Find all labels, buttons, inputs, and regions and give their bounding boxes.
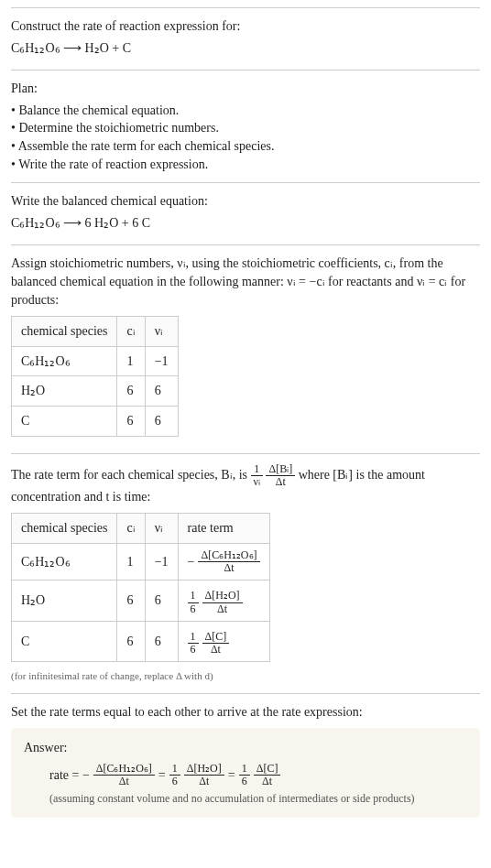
equals-sign: = — [228, 766, 235, 785]
stoich-section: Assign stoichiometric numbers, νᵢ, using… — [11, 244, 480, 452]
frac-den: Δt — [202, 603, 243, 615]
table-header-row: chemical species cᵢ νᵢ — [12, 317, 179, 347]
frac-num: 1 — [239, 763, 250, 776]
rateterm-text-a: The rate term for each chemical species,… — [11, 467, 251, 481]
rateterm-footnote: (for infinitesimal rate of change, repla… — [11, 669, 480, 683]
cell-rateterm: 1 6 Δ[H₂O] Δt — [178, 580, 269, 621]
col-c: cᵢ — [117, 514, 145, 544]
frac-den: 6 — [169, 776, 180, 787]
table-row: C 6 6 1 6 Δ[C] Δt — [12, 621, 270, 661]
cell-species: C — [12, 406, 117, 436]
col-rateterm: rate term — [178, 514, 269, 544]
table-row: H₂O 6 6 — [12, 376, 179, 407]
answer-note: (assuming constant volume and no accumul… — [49, 791, 467, 807]
equals-sign: = — [158, 766, 166, 785]
coeff-frac: 1 6 — [188, 590, 199, 614]
neg-sign: − — [188, 553, 195, 571]
table-row: C₆H₁₂O₆ 1 −1 − Δ[C₆H₁₂O₆] Δt — [12, 544, 270, 580]
cell-species: H₂O — [12, 580, 117, 621]
frac-num: Δ[C] — [254, 763, 281, 776]
table-row: C 6 6 — [12, 406, 179, 436]
frac-den: 6 — [188, 603, 199, 615]
plan-item: Balance the chemical equation. — [11, 102, 480, 120]
cell-c: 1 — [117, 544, 145, 580]
plan-heading: Plan: — [11, 80, 480, 98]
cell-species: C₆H₁₂O₆ — [12, 544, 117, 580]
plan-item: Assemble the rate term for each chemical… — [11, 137, 480, 156]
cell-c: 6 — [117, 406, 145, 436]
rateterm-section: The rate term for each chemical species,… — [11, 453, 480, 693]
table-row: C₆H₁₂O₆ 1 −1 — [12, 346, 179, 376]
rate-frac: Δ[C] Δt — [202, 631, 230, 656]
frac-den: Δt — [184, 776, 224, 787]
frac-num: Δ[Bᵢ] — [266, 463, 295, 476]
frac-num: 1 — [251, 463, 263, 476]
answer-label: Answer: — [24, 739, 467, 757]
cell-v: −1 — [145, 544, 178, 580]
frac-den: Δt — [266, 476, 295, 488]
frac-num: 1 — [169, 763, 180, 776]
stoich-text: Assign stoichiometric numbers, νᵢ, using… — [11, 255, 480, 309]
plan-item: Determine the stoichiometric numbers. — [11, 119, 480, 137]
frac-den: νᵢ — [251, 476, 263, 488]
col-species: chemical species — [12, 514, 117, 544]
cell-v: 6 — [145, 376, 178, 407]
coeff-frac-3: 1 6 — [239, 763, 250, 787]
rateterm-text: The rate term for each chemical species,… — [11, 463, 480, 506]
frac-den: Δt — [254, 776, 281, 787]
plan-section: Plan: Balance the chemical equation. Det… — [11, 70, 480, 182]
cell-c: 1 — [117, 346, 145, 376]
frac-num: Δ[H₂O] — [184, 763, 224, 776]
intro-section: Construct the rate of reaction expressio… — [11, 7, 480, 70]
rate-frac-3: Δ[C] Δt — [254, 763, 281, 787]
intro-line: Construct the rate of reaction expressio… — [11, 17, 480, 36]
frac-num: Δ[C₆H₁₂O₆] — [93, 763, 155, 776]
cell-rateterm: 1 6 Δ[C] Δt — [178, 621, 269, 661]
cell-v: 6 — [145, 580, 178, 621]
frac-num: Δ[H₂O] — [202, 590, 243, 602]
cell-rateterm: − Δ[C₆H₁₂O₆] Δt — [178, 544, 269, 580]
rate-frac: Δ[C₆H₁₂O₆] Δt — [198, 549, 259, 574]
frac-num: Δ[C] — [202, 631, 230, 644]
cell-v: 6 — [145, 621, 178, 661]
cell-v: −1 — [145, 346, 178, 376]
coeff-frac-2: 1 6 — [169, 763, 180, 787]
coeff-frac: 1 6 — [188, 631, 199, 656]
cell-species: C — [12, 621, 117, 661]
plan-item: Write the rate of reaction expression. — [11, 156, 480, 174]
col-v: νᵢ — [145, 514, 178, 544]
cell-v: 6 — [145, 406, 178, 436]
frac-den: 6 — [188, 644, 199, 656]
frac-num: 1 — [188, 631, 199, 644]
rateterm-table: chemical species cᵢ νᵢ rate term C₆H₁₂O₆… — [11, 513, 270, 662]
cell-c: 6 — [117, 376, 145, 407]
col-species: chemical species — [12, 317, 117, 347]
rateterm-frac-coeff: 1 νᵢ — [251, 463, 263, 488]
final-section: Set the rate terms equal to each other t… — [11, 693, 480, 827]
table-header-row: chemical species cᵢ νᵢ rate term — [12, 514, 270, 544]
cell-species: H₂O — [12, 376, 117, 407]
rate-frac-2: Δ[H₂O] Δt — [184, 763, 224, 787]
frac-den: 6 — [239, 776, 250, 787]
rate-frac: Δ[H₂O] Δt — [202, 590, 243, 614]
col-v: νᵢ — [145, 317, 178, 347]
answer-box: Answer: rate = − Δ[C₆H₁₂O₆] Δt = 1 6 Δ[H… — [11, 728, 480, 818]
balanced-section: Write the balanced chemical equation: C₆… — [11, 182, 480, 244]
cell-c: 6 — [117, 621, 145, 661]
col-c: cᵢ — [117, 317, 145, 347]
answer-expression: rate = − Δ[C₆H₁₂O₆] Δt = 1 6 Δ[H₂O] Δt =… — [49, 763, 280, 787]
rate-prefix: rate = − — [49, 766, 90, 785]
cell-species: C₆H₁₂O₆ — [12, 346, 117, 376]
cell-c: 6 — [117, 580, 145, 621]
plan-list: Balance the chemical equation. Determine… — [11, 102, 480, 173]
stoich-table: chemical species cᵢ νᵢ C₆H₁₂O₆ 1 −1 H₂O … — [11, 316, 179, 436]
balanced-equation: C₆H₁₂O₆ ⟶ 6 H₂O + 6 C — [11, 214, 480, 233]
frac-den: Δt — [198, 562, 259, 574]
rateterm-frac-delta: Δ[Bᵢ] Δt — [266, 463, 295, 488]
frac-den: Δt — [202, 644, 230, 656]
frac-num: 1 — [188, 590, 199, 602]
rate-frac-1: Δ[C₆H₁₂O₆] Δt — [93, 763, 155, 787]
balanced-heading: Write the balanced chemical equation: — [11, 192, 480, 211]
frac-num: Δ[C₆H₁₂O₆] — [198, 549, 259, 562]
intro-equation: C₆H₁₂O₆ ⟶ H₂O + C — [11, 39, 480, 58]
